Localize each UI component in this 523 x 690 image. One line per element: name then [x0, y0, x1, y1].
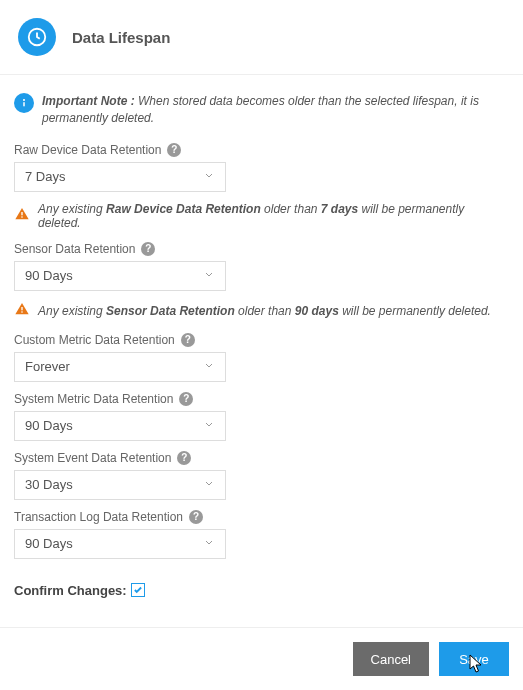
chevron-down-icon	[203, 169, 215, 184]
field-sysmet: System Metric Data Retention ? 90 Days	[14, 392, 509, 441]
confirm-label: Confirm Changes:	[14, 583, 127, 598]
svg-rect-3	[21, 212, 22, 215]
warning-text: Any existing Raw Device Data Retention o…	[38, 202, 509, 230]
chevron-down-icon	[203, 359, 215, 374]
label-sysmet: System Metric Data Retention	[14, 392, 173, 406]
select-value: 90 Days	[25, 268, 73, 283]
select-custom[interactable]: Forever	[14, 352, 226, 382]
label-txlog: Transaction Log Data Retention	[14, 510, 183, 524]
warning-sensor: Any existing Sensor Data Retention older…	[14, 301, 509, 321]
info-icon	[14, 93, 34, 113]
label-custom: Custom Metric Data Retention	[14, 333, 175, 347]
select-value: Forever	[25, 359, 70, 374]
field-sysevt: System Event Data Retention ? 30 Days	[14, 451, 509, 500]
confirm-row: Confirm Changes:	[14, 583, 509, 598]
page-title: Data Lifespan	[72, 29, 170, 46]
field-txlog: Transaction Log Data Retention ? 90 Days	[14, 510, 509, 559]
select-raw[interactable]: 7 Days	[14, 162, 226, 192]
clock-icon	[18, 18, 56, 56]
cancel-button[interactable]: Cancel	[353, 642, 429, 676]
content: Important Note : When stored data become…	[0, 75, 523, 598]
help-icon[interactable]: ?	[177, 451, 191, 465]
help-icon[interactable]: ?	[179, 392, 193, 406]
select-sensor[interactable]: 90 Days	[14, 261, 226, 291]
save-button[interactable]: Save	[439, 642, 509, 676]
label-sensor: Sensor Data Retention	[14, 242, 135, 256]
chevron-down-icon	[203, 268, 215, 283]
help-icon[interactable]: ?	[189, 510, 203, 524]
svg-rect-2	[23, 102, 25, 107]
select-sysevt[interactable]: 30 Days	[14, 470, 226, 500]
confirm-checkbox[interactable]	[131, 583, 145, 597]
field-sensor: Sensor Data Retention ? 90 Days	[14, 242, 509, 291]
svg-point-1	[23, 99, 25, 101]
select-txlog[interactable]: 90 Days	[14, 529, 226, 559]
svg-rect-4	[21, 216, 22, 217]
select-value: 90 Days	[25, 536, 73, 551]
warning-text: Any existing Sensor Data Retention older…	[38, 304, 491, 318]
svg-rect-6	[21, 311, 22, 312]
info-text: Important Note : When stored data become…	[42, 93, 509, 127]
help-icon[interactable]: ?	[181, 333, 195, 347]
label-raw: Raw Device Data Retention	[14, 143, 161, 157]
label-sysevt: System Event Data Retention	[14, 451, 171, 465]
help-icon[interactable]: ?	[141, 242, 155, 256]
select-sysmet[interactable]: 90 Days	[14, 411, 226, 441]
help-icon[interactable]: ?	[167, 143, 181, 157]
warning-raw: Any existing Raw Device Data Retention o…	[14, 202, 509, 230]
select-value: 30 Days	[25, 477, 73, 492]
warning-icon	[14, 206, 30, 226]
info-note: Important Note : When stored data become…	[14, 93, 509, 127]
chevron-down-icon	[203, 536, 215, 551]
info-label: Important Note :	[42, 94, 135, 108]
footer: Cancel Save	[0, 627, 523, 690]
chevron-down-icon	[203, 418, 215, 433]
chevron-down-icon	[203, 477, 215, 492]
svg-rect-5	[21, 307, 22, 310]
warning-icon	[14, 301, 30, 321]
field-raw: Raw Device Data Retention ? 7 Days	[14, 143, 509, 192]
field-custom: Custom Metric Data Retention ? Forever	[14, 333, 509, 382]
select-value: 90 Days	[25, 418, 73, 433]
header: Data Lifespan	[0, 0, 523, 75]
select-value: 7 Days	[25, 169, 65, 184]
